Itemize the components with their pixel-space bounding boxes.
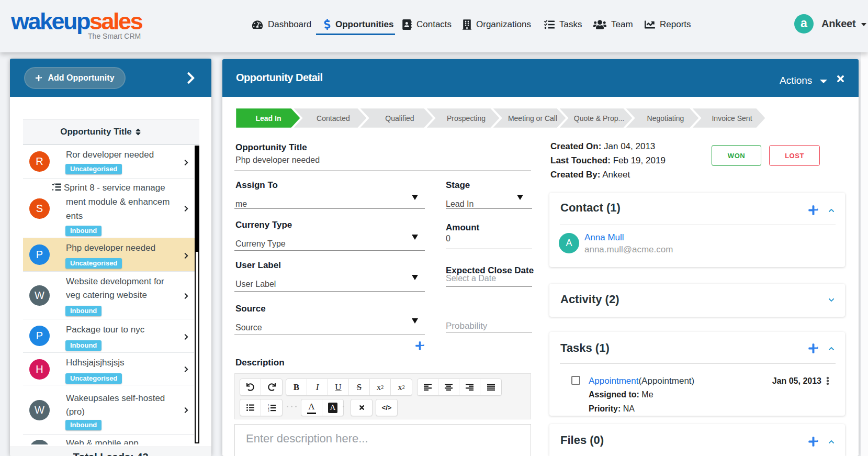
- svg-text:Quote & Prop...: Quote & Prop...: [574, 114, 625, 123]
- svg-text:Invoice Sent: Invoice Sent: [712, 114, 752, 123]
- svg-text:Lead In: Lead In: [255, 114, 281, 123]
- svg-text:Meeting or Call: Meeting or Call: [508, 114, 557, 123]
- svg-text:Contacted: Contacted: [317, 114, 350, 123]
- svg-text:Qualified: Qualified: [385, 114, 414, 123]
- svg-text:Negotiating: Negotiating: [647, 114, 684, 123]
- svg-text:Prospecting: Prospecting: [447, 114, 486, 123]
- svg-text:3: 3: [268, 409, 269, 411]
